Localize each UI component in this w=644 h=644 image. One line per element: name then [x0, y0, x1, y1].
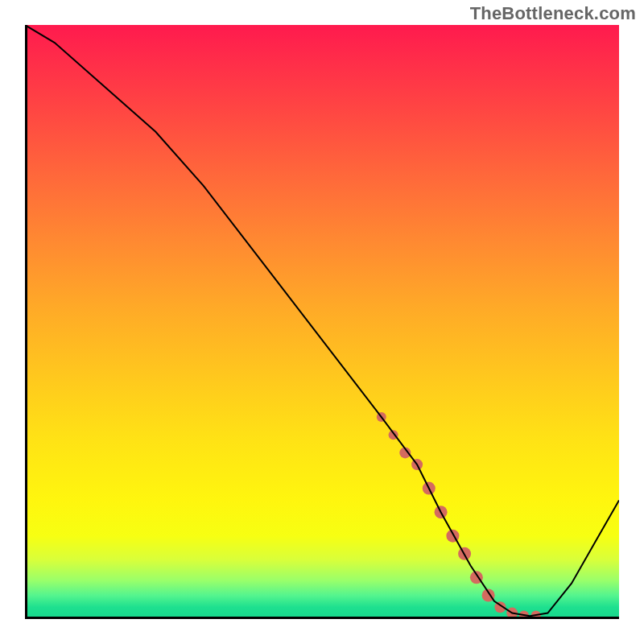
- chart-svg-overlay: [25, 25, 619, 619]
- chart-curve: [25, 25, 619, 616]
- plot-area: [25, 25, 619, 619]
- watermark-label: TheBottleneck.com: [470, 3, 636, 24]
- chart-frame: TheBottleneck.com: [0, 0, 644, 644]
- y-axis: [25, 25, 27, 619]
- x-axis: [25, 617, 619, 619]
